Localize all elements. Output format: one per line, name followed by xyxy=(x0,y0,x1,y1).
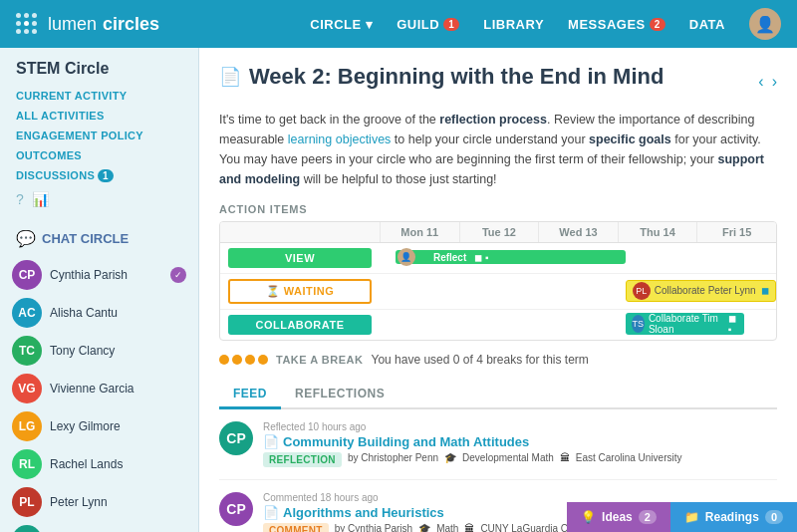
sidebar-item-all-activities[interactable]: ALL ACTIVITIES xyxy=(0,106,198,126)
logo-dot xyxy=(16,21,21,26)
action-timeline-peter: PL Collaborate Peter Lynn ◼ xyxy=(380,277,776,307)
action-items-grid: Mon 11 Tue 12 Wed 13 Thu 14 Fri 15 VIEW … xyxy=(219,221,777,341)
feed-tabs: FEED REFLECTIONS xyxy=(219,381,777,409)
tab-feed[interactable]: FEED xyxy=(219,381,281,409)
page-title: 📄 Week 2: Beginning with the End in Mind xyxy=(219,64,664,90)
feed-doc-icon: 📄 xyxy=(263,505,279,520)
member-item[interactable]: VG Vivienne Garcia xyxy=(0,370,198,407)
tag-comment: COMMENT xyxy=(263,523,329,532)
chat-circle-section: 💬 CHAT CIRCLE CP Cynthia Parish ✓ AC Ali… xyxy=(0,217,198,532)
waiting-icon: ⏳ xyxy=(266,285,281,297)
feed-title[interactable]: 📄 Community Building and Math Attitudes xyxy=(263,434,777,449)
document-icon: 📄 xyxy=(219,66,241,88)
member-item[interactable]: PL Peter Lynn xyxy=(0,483,198,521)
member-name: Lexy Gilmore xyxy=(50,419,121,433)
feed-content: Reflected 10 hours ago 📄 Community Build… xyxy=(263,421,777,467)
main-layout: STEM Circle CURRENT ACTIVITY ALL ACTIVIT… xyxy=(0,48,797,532)
app-header: lumencircles CIRCLE ▾ GUILD 1 LIBRARY ME… xyxy=(0,0,797,48)
ideas-icon: 💡 xyxy=(581,510,596,524)
user-avatar[interactable]: 👤 xyxy=(749,8,781,40)
nav-guild[interactable]: GUILD 1 xyxy=(397,17,459,32)
nav-messages[interactable]: MESSAGES2 xyxy=(568,17,665,32)
feed-doc-icon: 📄 xyxy=(263,434,279,449)
tag-location-icon: 🏛 xyxy=(560,452,570,467)
page-intro: It's time to get back in the groove of t… xyxy=(219,110,777,189)
ideas-button[interactable]: 💡 Ideas 2 xyxy=(567,502,670,532)
view-button[interactable]: VIEW xyxy=(228,248,372,268)
sidebar-title: STEM Circle xyxy=(0,60,198,86)
member-name: Tony Clancy xyxy=(50,344,115,358)
action-items-label: ACTION ITEMS xyxy=(219,203,777,215)
take-break-row: TAKE A BREAK You have used 0 of 4 breaks… xyxy=(219,353,777,367)
nav-data[interactable]: DATA xyxy=(689,17,725,32)
logo-dot xyxy=(24,13,29,18)
avatar: TC xyxy=(12,336,42,366)
action-row-waiting: ⏳ WAITING PL Collaborate Peter Lynn ◼ xyxy=(220,274,776,310)
member-name: Alisha Cantu xyxy=(50,306,118,320)
feed-subject: Developmental Math xyxy=(462,452,554,467)
feed-author: by Cynthia Parish xyxy=(335,523,412,532)
avatar: CP xyxy=(12,260,42,290)
readings-button[interactable]: 📁 Readings 0 xyxy=(670,502,797,532)
nav-circle[interactable]: CIRCLE ▾ xyxy=(310,17,373,32)
member-item[interactable]: AC Alisha Cantu xyxy=(0,294,198,332)
action-date-cols: Mon 11 Tue 12 Wed 13 Thu 14 Fri 15 xyxy=(380,222,776,242)
tag-subject-icon: 🎓 xyxy=(418,523,430,532)
break-dots xyxy=(219,355,268,365)
feed-institution: East Carolina University xyxy=(576,452,682,467)
waiting-button[interactable]: ⏳ WAITING xyxy=(228,279,372,304)
member-item[interactable]: TC Tony Clancy xyxy=(0,332,198,370)
collaborate-button[interactable]: COLLABORATE xyxy=(228,315,372,335)
avatar: VG xyxy=(12,374,42,403)
break-dot xyxy=(245,355,255,365)
member-item[interactable]: LG Lexy Gilmore xyxy=(0,407,198,445)
take-break-button[interactable]: TAKE A BREAK xyxy=(276,354,363,366)
messages-badge: 2 xyxy=(650,18,665,31)
nav-library[interactable]: LIBRARY xyxy=(483,17,544,32)
logo-dot xyxy=(16,13,21,18)
sidebar-item-discussions[interactable]: DISCUSSIONS1 xyxy=(0,165,198,185)
break-dot xyxy=(219,355,229,365)
member-item[interactable]: CP Cynthia Parish ✓ xyxy=(0,256,198,294)
member-name: Vivienne Garcia xyxy=(50,382,134,396)
avatar: LG xyxy=(12,411,42,441)
action-row-collaborate: COLLABORATE TS Collaborate Tim Sloan ◼ ▪ xyxy=(220,310,776,340)
logo[interactable]: lumencircles xyxy=(16,13,159,35)
tag-location-icon: 🏛 xyxy=(464,523,474,532)
sidebar-item-current-activity[interactable]: CURRENT ACTIVITY xyxy=(0,86,198,106)
date-col-mon: Mon 11 xyxy=(380,222,459,242)
logo-dot xyxy=(32,21,37,26)
question-icon[interactable]: ? xyxy=(16,191,24,207)
logo-lumen: lumen xyxy=(48,14,97,35)
chart-icon[interactable]: 📊 xyxy=(32,191,49,207)
action-timeline-tim: TS Collaborate Tim Sloan ◼ ▪ xyxy=(380,310,776,340)
view-btn-col: VIEW xyxy=(220,243,380,273)
readings-label: Readings xyxy=(705,510,759,524)
prev-page-button[interactable]: ‹ xyxy=(758,73,763,91)
sidebar-item-engagement-policy[interactable]: ENGAGEMENT POLICY xyxy=(0,126,198,145)
main-content: 📄 Week 2: Beginning with the End in Mind… xyxy=(199,48,797,532)
break-info: You have used 0 of 4 breaks for this ter… xyxy=(371,353,588,367)
tab-reflections[interactable]: REFLECTIONS xyxy=(281,381,398,409)
sidebar-item-outcomes[interactable]: OUTCOMES xyxy=(0,145,198,165)
next-page-button[interactable]: › xyxy=(772,73,777,91)
avatar: PL xyxy=(12,487,42,517)
ideas-count: 2 xyxy=(639,510,657,524)
break-dot xyxy=(232,355,242,365)
member-item[interactable]: CP Christopher Penn xyxy=(0,521,198,532)
tag-subject-icon: 🎓 xyxy=(444,452,456,467)
chat-circle-header: 💬 CHAT CIRCLE xyxy=(0,225,198,256)
logo-dot xyxy=(24,29,29,34)
waiting-btn-col: ⏳ WAITING xyxy=(220,274,380,309)
feed-avatar: CP xyxy=(219,421,253,455)
tag-reflection: REFLECTION xyxy=(263,452,342,467)
guild-badge: 1 xyxy=(443,18,459,31)
member-badge: ✓ xyxy=(170,267,186,283)
ideas-label: Ideas xyxy=(602,510,633,524)
logo-dot xyxy=(32,29,37,34)
sidebar-navigation: CURRENT ACTIVITY ALL ACTIVITIES ENGAGEME… xyxy=(0,86,198,185)
feed-item: CP Reflected 10 hours ago 📄 Community Bu… xyxy=(219,421,777,480)
member-item[interactable]: RL Rachel Lands xyxy=(0,445,198,483)
avatar: RL xyxy=(12,449,42,479)
avatar: AC xyxy=(12,298,42,328)
